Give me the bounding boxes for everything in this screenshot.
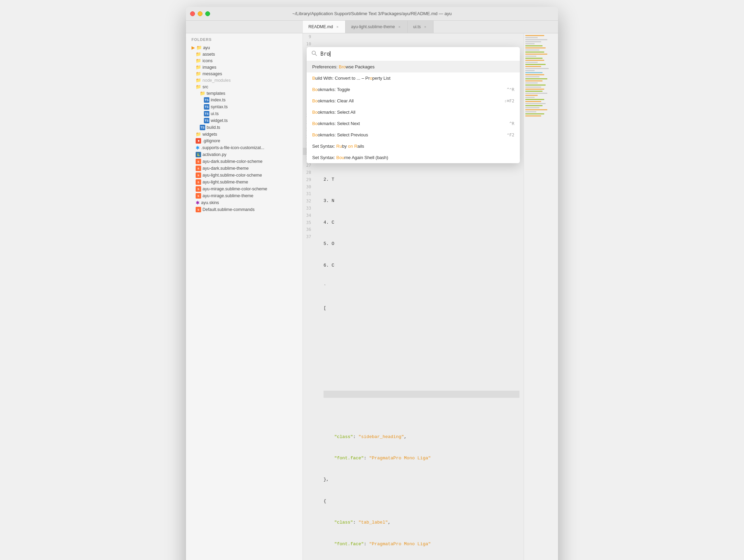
sidebar-item-label: .supports-a-file-icon-customizat... bbox=[201, 145, 300, 150]
sidebar-item-label: ayu-light.sublime-theme bbox=[203, 180, 300, 184]
sidebar-item-images[interactable]: 📁 images bbox=[186, 64, 303, 70]
sidebar-item-widgets[interactable]: 📁 widgets bbox=[186, 131, 303, 137]
palette-item-bookmarks-next[interactable]: Bookmarks: Select Next ^R bbox=[307, 118, 520, 129]
sidebar-item-syntax-ts[interactable]: TS syntax.ts bbox=[186, 103, 303, 110]
sidebar-item-node-modules[interactable]: 📁 node_modules bbox=[186, 77, 303, 83]
sidebar-item-messages[interactable]: 📁 messages bbox=[186, 70, 303, 77]
sidebar-item-label: ayu-mirage.sublime-theme bbox=[203, 193, 300, 198]
minimap-line bbox=[525, 54, 547, 55]
ts-icon: TS bbox=[204, 97, 209, 103]
sidebar-item-templates[interactable]: 📁 templates bbox=[186, 90, 303, 97]
ts-icon: TS bbox=[204, 104, 209, 110]
command-palette-overlay: Bro Preferences: Browse Packages bbox=[303, 33, 524, 560]
palette-item-text: Preferences: Browse Packages bbox=[312, 64, 514, 69]
sidebar-item-ayu-dark-theme[interactable]: S ayu-dark.sublime-theme bbox=[186, 165, 303, 172]
sidebar-item-label: ayu-mirage.sublime-color-scheme bbox=[203, 187, 300, 191]
minimap-line bbox=[525, 49, 539, 51]
minimap-line bbox=[525, 91, 543, 92]
tab-readme[interactable]: README.md × bbox=[303, 21, 346, 33]
minimize-button[interactable] bbox=[198, 11, 203, 16]
search-input[interactable]: Bro bbox=[320, 51, 515, 57]
sidebar-item-ayu-mirage-color[interactable]: S ayu-mirage.sublime-color-scheme bbox=[186, 186, 303, 192]
sidebar-item-label: ayu-light.sublime-color-scheme bbox=[203, 173, 300, 178]
palette-item-build-with[interactable]: Build With: Convert to ... – Property Li… bbox=[307, 72, 520, 84]
sidebar-item-label: Default.sublime-commands bbox=[203, 207, 300, 212]
sidebar-item-supports[interactable]: ✱ .supports-a-file-icon-customizat... bbox=[186, 144, 303, 151]
tab-close-readme[interactable]: × bbox=[335, 24, 340, 29]
sidebar-item-ayu-skins[interactable]: ✱ ayu.skins bbox=[186, 199, 303, 206]
sidebar-item-widget-ts[interactable]: TS widget.ts bbox=[186, 117, 303, 124]
palette-item-ruby-rails[interactable]: Set Syntax: Ruby on Rails bbox=[307, 141, 520, 152]
minimap-line bbox=[525, 41, 541, 42]
minimap-line bbox=[525, 60, 544, 61]
skins-icon: ✱ bbox=[196, 200, 200, 205]
close-button[interactable] bbox=[190, 11, 195, 16]
minimap-line bbox=[525, 52, 544, 53]
tab-label: ui.ts bbox=[413, 24, 421, 29]
app-window: ~/Library/Application Support/Sublime Te… bbox=[186, 7, 558, 560]
minimap-line bbox=[525, 99, 544, 100]
search-box[interactable]: Bro bbox=[307, 47, 520, 61]
highlight: Bo bbox=[312, 110, 318, 115]
palette-item-bookmarks-clear[interactable]: Bookmarks: Clear All ⇧⌘F2 bbox=[307, 95, 520, 107]
sidebar-item-gitignore[interactable]: ◆ .gitignore bbox=[186, 137, 303, 144]
sidebar-item-default-commands[interactable]: S Default.sublime-commands bbox=[186, 206, 303, 213]
tab-ayu-light-theme[interactable]: ayu-light.sublime-theme × bbox=[346, 21, 407, 33]
sidebar-item-build-ts[interactable]: TS build.ts bbox=[186, 124, 303, 131]
sidebar-item-src[interactable]: 📁 src bbox=[186, 83, 303, 90]
tab-close-ui-ts[interactable]: × bbox=[423, 24, 428, 29]
minimap bbox=[524, 33, 558, 560]
sublime-icon: S bbox=[196, 172, 201, 178]
highlight: Bo bbox=[312, 121, 318, 126]
minimap-line bbox=[525, 95, 538, 96]
sidebar-item-ayu-light-theme[interactable]: S ayu-light.sublime-theme bbox=[186, 179, 303, 186]
sidebar-item-ayu[interactable]: ▶ 📁 ayu bbox=[186, 44, 303, 51]
tab-close-ayu-light[interactable]: × bbox=[397, 24, 402, 29]
sidebar-item-label: ayu-dark.sublime-color-scheme bbox=[203, 159, 300, 164]
palette-shortcut: ^R bbox=[510, 121, 514, 126]
palette-item-bookmarks-toggle[interactable]: Bookmarks: Toggle ^⌃R bbox=[307, 84, 520, 95]
minimap-line bbox=[525, 58, 543, 59]
sidebar-item-ayu-light-color[interactable]: S ayu-light.sublime-color-scheme bbox=[186, 172, 303, 179]
sidebar-item-icons[interactable]: 📁 icons bbox=[186, 57, 303, 64]
ts-icon: TS bbox=[204, 118, 209, 123]
sidebar-item-activation-py[interactable]: 🐍 activation.py bbox=[186, 151, 303, 158]
palette-item-bookmarks-prev[interactable]: Bookmarks: Select Previous ⌃F2 bbox=[307, 129, 520, 141]
sidebar-item-ayu-mirage-theme[interactable]: S ayu-mirage.sublime-theme bbox=[186, 192, 303, 199]
sidebar-item-label: index.ts bbox=[211, 98, 300, 102]
sidebar-item-label: icons bbox=[203, 58, 300, 63]
sidebar-item-ayu-dark-color[interactable]: S ayu-dark.sublime-color-scheme bbox=[186, 158, 303, 165]
highlight: o bbox=[370, 76, 372, 81]
sublime-icon: S bbox=[196, 193, 201, 199]
command-palette[interactable]: Bro Preferences: Browse Packages bbox=[307, 47, 520, 163]
sidebar-item-index-ts[interactable]: TS index.ts bbox=[186, 97, 303, 103]
highlight: Bro bbox=[339, 64, 346, 69]
sidebar-item-assets[interactable]: 📁 assets bbox=[186, 51, 303, 57]
folder-icon: 📁 bbox=[196, 65, 201, 70]
sublime-icon: S bbox=[196, 207, 201, 212]
maximize-button[interactable] bbox=[205, 11, 210, 16]
palette-item-text: Build With: Convert to ... – Property Li… bbox=[312, 76, 514, 81]
ts-icon: TS bbox=[200, 125, 205, 130]
minimap-line bbox=[525, 76, 539, 77]
folder-icon: 📁 bbox=[196, 52, 201, 57]
palette-item-text: Bookmarks: Select Previous bbox=[312, 132, 507, 137]
palette-shortcut: ⌃F2 bbox=[507, 133, 514, 137]
sidebar-item-label: ui.ts bbox=[211, 111, 300, 116]
sidebar-item-ui-ts[interactable]: TS ui.ts bbox=[186, 110, 303, 117]
palette-item-bookmarks-select-all[interactable]: Bookmarks: Select All bbox=[307, 107, 520, 118]
titlebar: ~/Library/Application Support/Sublime Te… bbox=[186, 7, 558, 21]
sidebar: FOLDERS ▶ 📁 ayu 📁 assets 📁 icons 📁 image… bbox=[186, 33, 303, 560]
editor-area[interactable]: 9 10 11 12 13 14 15 16 17 18 19 20 21 22 bbox=[303, 33, 524, 560]
traffic-lights bbox=[190, 11, 210, 16]
palette-shortcut: ^⌃R bbox=[507, 87, 514, 92]
palette-shortcut: ⇧⌘F2 bbox=[504, 99, 514, 103]
sidebar-item-label: ayu bbox=[203, 45, 300, 50]
minimap-line bbox=[525, 74, 544, 75]
tab-ui-ts[interactable]: ui.ts × bbox=[408, 21, 434, 33]
palette-item-browse-packages[interactable]: Preferences: Browse Packages bbox=[307, 61, 520, 72]
minimap-line bbox=[525, 113, 544, 114]
minimap-line bbox=[525, 78, 547, 79]
minimap-line bbox=[525, 97, 535, 98]
palette-item-bash[interactable]: Set Syntax: Bourne Again Shell (bash) bbox=[307, 152, 520, 163]
